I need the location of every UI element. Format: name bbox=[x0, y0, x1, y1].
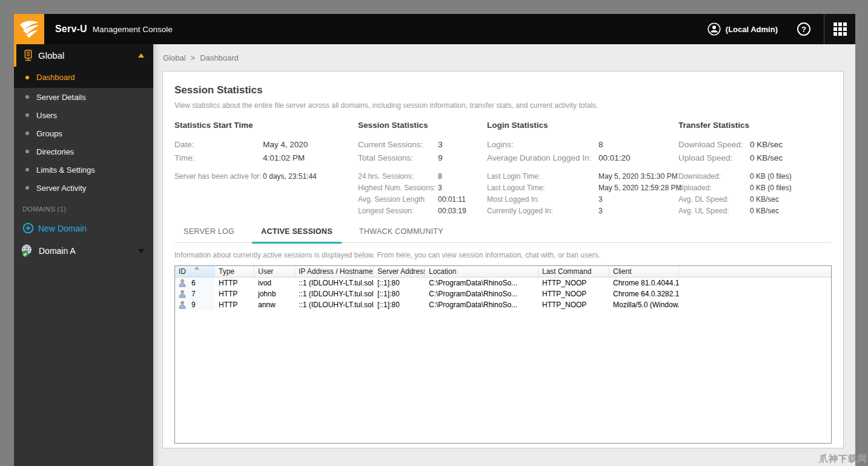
column-header-last-command[interactable]: Last Command bbox=[538, 266, 609, 277]
sidebar-item[interactable]: Server Details bbox=[14, 88, 153, 106]
cell-type: HTTP bbox=[215, 301, 254, 309]
stat-row: Server has been active for:0 days, 23:51… bbox=[174, 171, 358, 182]
column-header-label: User bbox=[258, 267, 273, 276]
chevron-down-icon[interactable] bbox=[138, 249, 144, 253]
cell-id: 6 bbox=[175, 278, 215, 288]
stat-column-header: Transfer Statistics bbox=[678, 121, 832, 130]
help-button[interactable]: ? bbox=[797, 22, 810, 36]
stat-value: 4:01:02 PM bbox=[263, 153, 305, 162]
stat-value: 00:03:19 bbox=[438, 207, 466, 215]
session-id: 9 bbox=[191, 301, 196, 309]
page-title: Session Statistics bbox=[174, 84, 832, 96]
solarwinds-logo[interactable] bbox=[14, 14, 44, 44]
stat-column-header: Session Statistics bbox=[358, 121, 487, 130]
stat-label: Avg. UL Speed: bbox=[678, 205, 750, 217]
cell-id: 9 bbox=[175, 299, 215, 310]
stat-value: 0 KB/sec bbox=[750, 140, 783, 149]
stat-label: Avg. DL Speed: bbox=[678, 194, 750, 205]
stat-row: Uploaded:0 KB (0 files) bbox=[678, 182, 832, 194]
stat-label: Last Logout Time: bbox=[487, 182, 598, 194]
stat-row: Avg. Session Length00:01:11 bbox=[358, 194, 487, 205]
stat-row: Upload Speed:0 KB/sec bbox=[678, 151, 832, 165]
stat-row: Average Duration Logged In:00:01:20 bbox=[487, 151, 678, 165]
cell-location: C:\ProgramData\RhinoSo... bbox=[425, 290, 538, 298]
user-circle-icon bbox=[707, 22, 721, 36]
sidebar-item[interactable]: Groups bbox=[14, 124, 153, 142]
stat-row: Currently Logged In:3 bbox=[487, 205, 678, 217]
stat-label: Longest Session: bbox=[358, 205, 438, 217]
breadcrumb-global[interactable]: Global bbox=[163, 53, 186, 62]
table-row[interactable]: 9 HTTP annw ::1 (IDLOUHY-LT.tul.solar...… bbox=[175, 299, 831, 310]
sidebar-item[interactable]: Server Activity bbox=[14, 179, 153, 197]
stat-row: Avg. DL Speed:0 KB/sec bbox=[678, 194, 832, 205]
new-domain-button[interactable]: New Domain bbox=[14, 222, 153, 234]
sidebar: Global Dashboard Server Details bbox=[14, 44, 153, 466]
stat-value: 0 KB/sec bbox=[750, 195, 779, 204]
page-subtitle: View statistics about the entire file se… bbox=[174, 101, 832, 110]
tab[interactable]: THWACK COMMUNITY bbox=[359, 227, 443, 244]
stat-row: 24 hrs. Sessions:8 bbox=[358, 171, 487, 182]
app-launcher-button[interactable] bbox=[824, 14, 855, 44]
login-statistics-column: Login Statistics Logins:8Average Duratio… bbox=[487, 121, 678, 217]
stat-label: Time: bbox=[174, 151, 263, 165]
cell-last-command: HTTP_NOOP bbox=[538, 301, 609, 309]
stat-label: Most Logged In: bbox=[487, 194, 598, 205]
session-id: 6 bbox=[191, 279, 196, 287]
column-header-filler bbox=[679, 266, 831, 277]
breadcrumb-separator: > bbox=[191, 53, 196, 62]
tab[interactable]: ACTIVE SESSIONS bbox=[252, 227, 342, 244]
transfer-statistics-column: Transfer Statistics Download Speed:0 KB/… bbox=[678, 121, 832, 217]
stats-start-time-column: Statistics Start Time Date:May 4, 2020Ti… bbox=[174, 121, 358, 217]
cell-server-address: [::1]:80 bbox=[374, 301, 425, 309]
column-header-label: IP Address / Hostname bbox=[299, 267, 373, 276]
sidebar-item[interactable]: Users bbox=[14, 106, 153, 124]
column-header-server-address[interactable]: Server Address bbox=[374, 266, 425, 277]
stat-column-header: Login Statistics bbox=[487, 121, 678, 130]
stat-label: Highest Num. Sessions: bbox=[358, 182, 438, 194]
column-header-id[interactable]: ID bbox=[175, 266, 215, 277]
tab[interactable]: SERVER LOG bbox=[184, 227, 234, 244]
server-icon bbox=[23, 50, 33, 61]
breadcrumb: Global > Dashboard bbox=[153, 44, 855, 71]
bullet-icon bbox=[25, 186, 29, 190]
stat-label: Avg. Session Length bbox=[358, 194, 438, 205]
stat-value: May 4, 2020 bbox=[263, 140, 308, 149]
table-body: 6 HTTP ivod ::1 (IDLOUHY-LT.tul.solar...… bbox=[175, 278, 831, 310]
stat-value: 3 bbox=[598, 195, 603, 204]
dashboard-tabs: SERVER LOG ACTIVE SESSIONS THWACK COMMUN… bbox=[174, 227, 832, 243]
sidebar-item[interactable]: Directories bbox=[14, 142, 153, 161]
bullet-icon bbox=[25, 113, 29, 117]
cell-ip-hostname: ::1 (IDLOUHY-LT.tul.solar... bbox=[295, 301, 374, 309]
chevron-up-icon[interactable] bbox=[138, 53, 144, 58]
content-pane: Global > Dashboard Session Statistics Vi… bbox=[153, 44, 855, 466]
sidebar-item-domain-a[interactable]: Domain A bbox=[14, 244, 153, 258]
local-admin-label: (Local Admin) bbox=[726, 25, 778, 34]
stat-value: 0 days, 23:51:44 bbox=[263, 172, 317, 181]
sidebar-item[interactable]: Limits & Settings bbox=[14, 161, 153, 179]
bullet-icon bbox=[25, 76, 29, 79]
cell-last-command: HTTP_NOOP bbox=[538, 290, 609, 298]
stat-row: Total Sessions:9 bbox=[358, 151, 487, 165]
table-row[interactable]: 6 HTTP ivod ::1 (IDLOUHY-LT.tul.solar...… bbox=[175, 278, 831, 288]
stat-row: Time:4:01:02 PM bbox=[174, 151, 358, 165]
column-header-ip[interactable]: IP Address / Hostname bbox=[295, 266, 374, 277]
cell-ip-hostname: ::1 (IDLOUHY-LT.tul.solar... bbox=[295, 279, 374, 287]
cell-type: HTTP bbox=[215, 290, 254, 298]
column-header-client[interactable]: Client bbox=[609, 266, 679, 277]
table-row[interactable]: 7 HTTP johnb ::1 (IDLOUHY-LT.tul.solar..… bbox=[175, 288, 831, 299]
column-header-label: Location bbox=[429, 267, 456, 276]
active-sessions-note: Information about currently active sessi… bbox=[174, 251, 832, 259]
stat-label: Upload Speed: bbox=[678, 151, 750, 165]
sidebar-global-header[interactable]: Global bbox=[14, 44, 153, 67]
cell-location: C:\ProgramData\RhinoSo... bbox=[425, 301, 538, 309]
column-header-type[interactable]: Type bbox=[215, 266, 254, 277]
account-menu[interactable]: (Local Admin) bbox=[707, 22, 778, 36]
column-header-user[interactable]: User bbox=[254, 266, 295, 277]
stat-row: Longest Session:00:03:19 bbox=[358, 205, 487, 217]
cell-server-address: [::1]:80 bbox=[374, 279, 425, 287]
stat-row: Last Logout Time:May 5, 2020 12:59:28 PM bbox=[487, 182, 678, 194]
cell-id: 7 bbox=[175, 288, 215, 299]
column-header-location[interactable]: Location bbox=[425, 266, 538, 277]
stat-value: 0 KB (0 files) bbox=[750, 184, 792, 192]
sidebar-item[interactable]: Dashboard bbox=[14, 67, 153, 88]
